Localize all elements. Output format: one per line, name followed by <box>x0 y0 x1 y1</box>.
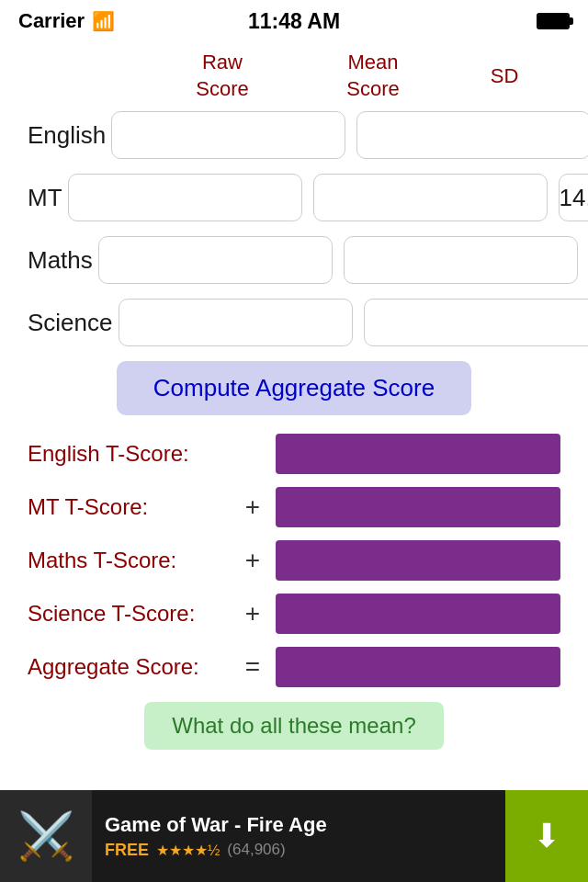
ad-free-label: FREE <box>105 841 149 860</box>
mt-tscore-row: MT T-Score: + <box>28 487 560 527</box>
science-tscore-row: Science T-Score: + <box>28 594 560 634</box>
science-label: Science <box>28 309 113 337</box>
mt-tscore-label: MT T-Score: <box>28 494 239 520</box>
mt-row: MT 14.5 <box>18 174 570 221</box>
hint-section: What do all these mean? <box>18 702 570 750</box>
wifi-icon: 📶 <box>92 10 115 32</box>
science-row: Science 16.5 <box>18 299 570 346</box>
science-tscore-label: Science T-Score: <box>28 601 239 627</box>
maths-tscore-row: Maths T-Score: + <box>28 540 560 581</box>
battery-icon <box>537 13 570 29</box>
aggregate-label: Aggregate Score: <box>28 654 239 680</box>
tscore-section: English T-Score: MT T-Score: + Maths T-S… <box>18 434 570 687</box>
science-tscore-bar <box>276 594 560 634</box>
maths-tscore-bar <box>276 540 560 581</box>
english-label: English <box>28 121 106 150</box>
maths-tscore-label: Maths T-Score: <box>28 548 239 573</box>
aggregate-bar <box>276 647 560 687</box>
english-row: English 13 <box>18 111 570 159</box>
mt-raw-input[interactable] <box>68 174 302 221</box>
download-icon: ⬇ <box>533 817 560 855</box>
sd-header: SD <box>448 64 560 88</box>
english-tscore-row: English T-Score: <box>28 434 560 474</box>
maths-tscore-operator: + <box>239 546 266 575</box>
maths-raw-input[interactable] <box>98 236 333 284</box>
raw-score-header: RawScore <box>147 50 298 102</box>
mt-sd: 14.5 <box>559 174 588 221</box>
science-tscore-operator: + <box>239 599 266 628</box>
mean-score-header: MeanScore <box>298 50 448 102</box>
maths-row: Maths 19 <box>18 236 570 284</box>
ad-download-button[interactable]: ⬇ <box>505 790 588 882</box>
maths-mean-input[interactable] <box>344 236 578 284</box>
ad-subtitle: FREE ★★★★½ (64,906) <box>105 841 492 860</box>
hint-button[interactable]: What do all these mean? <box>144 702 444 750</box>
english-tscore-bar <box>276 434 560 474</box>
ad-text: Game of War - Fire Age FREE ★★★★½ (64,90… <box>92 806 505 867</box>
mt-label: MT <box>28 184 62 212</box>
ad-reviews: (64,906) <box>227 841 285 859</box>
science-mean-input[interactable] <box>364 299 589 346</box>
status-bar: Carrier 📶 11:48 AM <box>0 0 588 40</box>
maths-label: Maths <box>28 246 93 275</box>
ad-banner[interactable]: ⚔️ Game of War - Fire Age FREE ★★★★½ (64… <box>0 790 588 882</box>
carrier-label: Carrier <box>18 9 85 33</box>
english-raw-input[interactable] <box>111 111 345 159</box>
column-headers: RawScore MeanScore SD <box>18 50 570 102</box>
carrier-info: Carrier 📶 <box>18 9 115 33</box>
mt-tscore-operator: + <box>239 492 266 522</box>
main-content: RawScore MeanScore SD English 13 MT 14.5… <box>0 40 588 759</box>
aggregate-row: Aggregate Score: = <box>28 647 560 687</box>
mt-mean-input[interactable] <box>313 174 548 221</box>
aggregate-operator: = <box>239 652 266 682</box>
ad-title: Game of War - Fire Age <box>105 813 492 837</box>
science-raw-input[interactable] <box>119 299 353 346</box>
compute-section: Compute Aggregate Score <box>18 361 570 415</box>
compute-button[interactable]: Compute Aggregate Score <box>117 361 471 415</box>
english-mean-input[interactable] <box>356 111 588 159</box>
english-tscore-label: English T-Score: <box>28 441 239 467</box>
time-display: 11:48 AM <box>248 9 340 34</box>
ad-image: ⚔️ <box>0 790 92 882</box>
ad-stars: ★★★★½ <box>156 842 220 859</box>
mt-tscore-bar <box>276 487 560 527</box>
